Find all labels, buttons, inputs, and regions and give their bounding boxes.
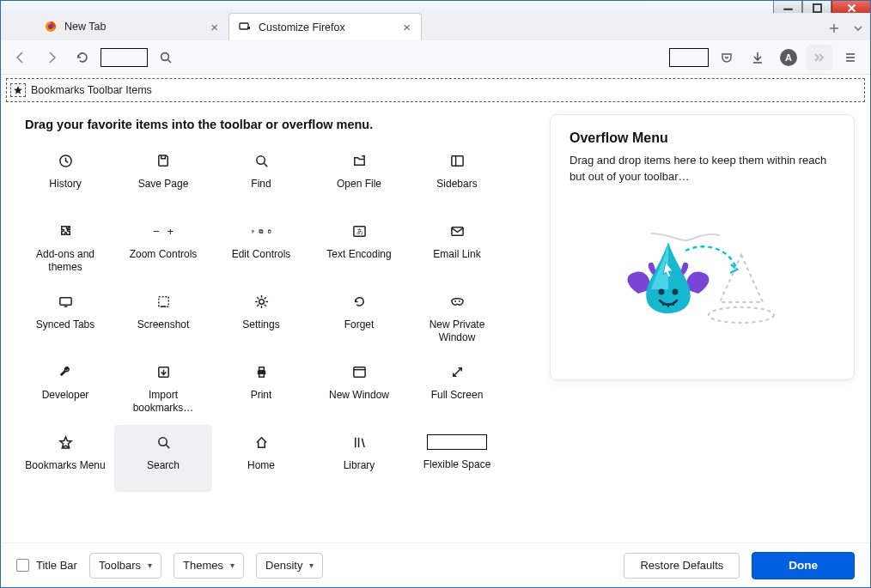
palette-print[interactable]: Print — [212, 355, 310, 421]
svg-line-44 — [453, 367, 460, 375]
mask-icon — [447, 291, 467, 312]
checkbox-icon — [16, 559, 29, 572]
new-tab-button[interactable] — [822, 16, 846, 40]
print-icon — [251, 361, 271, 382]
home-icon — [251, 432, 271, 452]
gear-icon — [251, 291, 271, 312]
palette-flexible-space[interactable]: Flexible Space — [408, 425, 506, 492]
svg-point-5 — [48, 24, 53, 29]
toolbars-dropdown[interactable]: Toolbars ▾ — [89, 553, 161, 579]
palette-encoding[interactable]: あ Text Encoding — [310, 214, 408, 281]
svg-line-11 — [168, 59, 172, 63]
firefox-icon — [44, 20, 58, 33]
palette-email[interactable]: Email Link — [408, 214, 506, 281]
sidebar-icon — [447, 150, 467, 171]
import-icon — [153, 361, 174, 382]
svg-point-36 — [458, 300, 460, 302]
nav-toolbar: A — [1, 40, 870, 75]
back-button[interactable] — [8, 45, 34, 70]
history-icon — [55, 150, 76, 171]
palette-private[interactable]: New Private Window — [408, 284, 506, 351]
palette-zoom[interactable]: −+ Zoom Controls — [114, 214, 212, 281]
customize-palette: History Save Page Find Open File Sidebar… — [16, 143, 529, 492]
search-icon[interactable] — [153, 45, 179, 70]
svg-point-53 — [658, 288, 664, 294]
overflow-illustration — [570, 208, 835, 345]
tab-label: New Tab — [64, 21, 106, 33]
forward-button[interactable] — [39, 45, 64, 70]
search-icon — [153, 432, 174, 452]
overflow-button[interactable] — [807, 45, 832, 70]
all-tabs-button[interactable] — [846, 16, 870, 40]
svg-point-19 — [256, 155, 264, 163]
palette-library[interactable]: Library — [310, 425, 408, 492]
tab-label: Customize Firefox — [259, 21, 345, 33]
titlebar-checkbox[interactable]: Title Bar — [16, 559, 77, 572]
palette-search[interactable]: Search — [114, 425, 212, 492]
tab-new-tab[interactable]: New Tab × — [35, 13, 228, 40]
window-icon — [349, 361, 369, 382]
overflow-panel[interactable]: Overflow Menu Drag and drop items here t… — [550, 114, 855, 380]
window-titlebar — [1, 1, 870, 13]
palette-history[interactable]: History — [16, 143, 114, 210]
svg-line-20 — [264, 163, 267, 167]
screenshot-icon — [153, 291, 174, 312]
palette-addons[interactable]: Add-ons and themes — [16, 214, 114, 281]
palette-find[interactable]: Find — [212, 143, 310, 210]
themes-dropdown[interactable]: Themes ▾ — [174, 553, 244, 579]
restore-defaults-button[interactable]: Restore Defaults — [624, 553, 740, 579]
svg-rect-32 — [158, 296, 168, 306]
palette-fullscreen[interactable]: Full Screen — [408, 355, 506, 421]
palette-save-page[interactable]: Save Page — [114, 143, 212, 210]
palette-developer[interactable]: Developer — [16, 355, 114, 421]
palette-screenshot[interactable]: Screenshot — [114, 284, 212, 351]
reload-button[interactable] — [70, 45, 95, 70]
chevron-down-icon: ▾ — [230, 561, 234, 570]
bookmarks-zone-label: Bookmarks Toolbar Items — [31, 84, 152, 96]
save-icon — [153, 150, 174, 171]
forget-icon — [349, 291, 369, 312]
palette-new-window[interactable]: New Window — [310, 355, 408, 421]
palette-edit[interactable]: Edit Controls — [212, 214, 310, 281]
palette-sidebars[interactable]: Sidebars — [408, 143, 506, 210]
email-icon — [447, 221, 467, 241]
chevron-down-icon: ▾ — [148, 561, 152, 570]
customize-footer: Title Bar Toolbars ▾ Themes ▾ Density ▾ … — [1, 543, 870, 587]
svg-rect-25 — [268, 230, 271, 233]
palette-open-file[interactable]: Open File — [310, 143, 408, 210]
avatar: A — [780, 49, 797, 66]
customize-heading: Drag your favorite items into the toolba… — [25, 118, 529, 131]
tab-close-button[interactable]: × — [399, 20, 414, 34]
svg-point-34 — [259, 299, 264, 304]
svg-line-51 — [362, 438, 364, 446]
svg-rect-30 — [59, 297, 70, 305]
bookmarks-toolbar-dropzone[interactable]: Bookmarks Toolbar Items — [6, 78, 865, 102]
palette-synced[interactable]: Synced Tabs — [16, 284, 114, 351]
density-dropdown[interactable]: Density ▾ — [256, 553, 323, 579]
svg-rect-23 — [259, 229, 262, 232]
find-icon — [251, 150, 271, 171]
toolbar-slot[interactable] — [100, 48, 148, 67]
svg-rect-1 — [813, 3, 820, 11]
library-icon — [349, 432, 369, 452]
downloads-icon[interactable] — [745, 45, 770, 70]
app-menu-button[interactable] — [838, 45, 863, 70]
palette-bookmarks-menu[interactable]: Bookmarks Menu — [16, 425, 114, 492]
done-button[interactable]: Done — [752, 552, 855, 579]
overflow-title: Overflow Menu — [570, 130, 835, 146]
palette-import[interactable]: Import bookmarks… — [114, 355, 212, 421]
puzzle-icon — [55, 221, 76, 241]
palette-forget[interactable]: Forget — [310, 284, 408, 351]
svg-point-10 — [161, 52, 169, 60]
svg-line-48 — [166, 445, 169, 448]
svg-rect-29 — [451, 227, 462, 234]
toolbar-slot[interactable] — [669, 48, 709, 67]
palette-home[interactable]: Home — [212, 425, 310, 492]
tab-close-button[interactable]: × — [207, 20, 222, 34]
tab-customize-firefox[interactable]: Customize Firefox × — [228, 13, 422, 40]
palette-settings[interactable]: Settings — [212, 284, 310, 351]
account-button[interactable]: A — [776, 45, 801, 70]
pocket-icon[interactable] — [714, 45, 740, 70]
svg-rect-7 — [247, 27, 250, 29]
svg-rect-40 — [259, 367, 264, 370]
